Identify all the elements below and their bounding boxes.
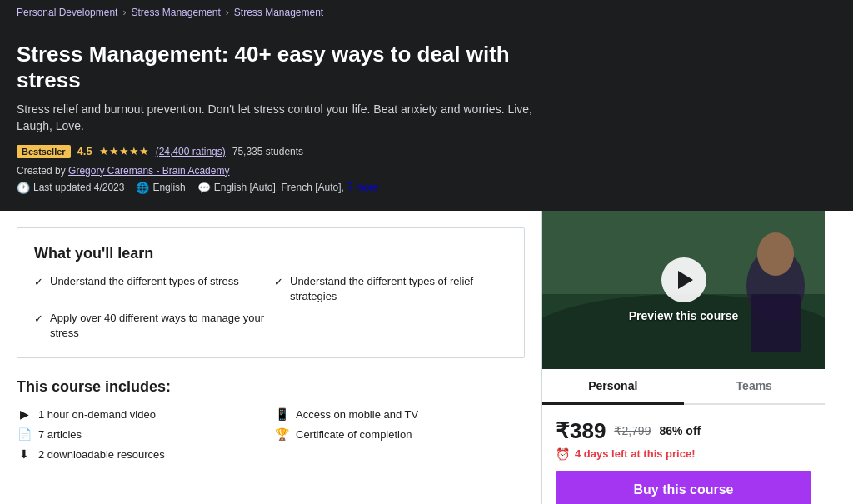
language-icon: 🌐 [136,182,149,194]
preview-overlay: Preview this course [542,211,825,369]
creator-link[interactable]: Gregory Caremans - Brain Academy [68,165,229,177]
includes-articles: 📄 7 articles [17,427,267,441]
hero-section: Stress Management: 40+ easy ways to deal… [0,25,550,211]
play-button[interactable] [661,257,706,302]
tab-teams[interactable]: Teams [684,369,826,405]
clock-icon: 🕐 [17,182,30,194]
timer-text: 4 days left at this price! [575,447,696,460]
breadcrumb-item-3: Stress Management [234,7,323,18]
learn-section: What you'll learn ✓ Understand the diffe… [17,227,525,359]
bestseller-badge: Bestseller [17,145,71,158]
student-count: 75,335 students [232,146,303,157]
check-icon-2: ✓ [274,275,283,290]
captions: English [Auto], French [Auto], [214,182,344,193]
includes-certificate: 🏆 Certificate of completion [274,427,525,441]
right-panel: Preview this course Personal Teams ₹389 … [541,211,825,504]
check-icon-1: ✓ [34,275,43,290]
includes-downloads: ⬇ 2 downloadable resources [17,447,267,461]
pricing-section: ₹389 ₹2,799 86% off ⏰ 4 days left at thi… [542,405,825,504]
breadcrumb: Personal Development › Stress Management… [0,0,853,25]
meta-row: 🕐 Last updated 4/2023 🌐 English 💬 Englis… [17,182,533,194]
course-title: Stress Management: 40+ easy ways to deal… [17,42,533,93]
left-content: What you'll learn ✓ Understand the diffe… [0,211,541,504]
article-icon: 📄 [17,427,32,441]
includes-section: This course includes: ▶ 1 hour on-demand… [17,378,525,461]
star-rating: ★★★★★ [99,145,149,157]
includes-title: This course includes: [17,378,525,396]
alarm-icon: ⏰ [556,447,570,461]
last-updated: Last updated 4/2023 [33,182,124,193]
original-price: ₹2,799 [614,424,651,437]
video-icon: ▶ [17,407,32,421]
breadcrumb-sep-1: › [122,7,126,18]
current-price: ₹389 [556,418,606,444]
includes-video: ▶ 1 hour on-demand video [17,407,267,421]
breadcrumb-item-2[interactable]: Stress Management [131,7,220,18]
tabs: Personal Teams [542,369,825,405]
mobile-icon: 📱 [274,407,289,421]
preview-label: Preview this course [629,309,739,322]
discount-badge: 86% off [659,424,701,437]
learn-item-2: ✓ Understand the different types of reli… [274,274,507,304]
more-captions-link[interactable]: 7 more [347,182,378,193]
includes-mobile: 📱 Access on mobile and TV [274,407,525,421]
check-icon-3: ✓ [34,312,43,327]
caption-icon: 💬 [197,182,211,194]
language: English [152,182,185,193]
rating-number: 4.5 [77,145,92,157]
learn-item-3: ✓ Apply over 40 different ways to manage… [34,311,267,341]
learn-item-1: ✓ Understand the different types of stre… [34,274,267,304]
buy-button[interactable]: Buy this course [556,471,811,504]
rating-count[interactable]: (24,400 ratings) [156,146,226,157]
tab-personal[interactable]: Personal [542,369,684,405]
breadcrumb-item-1[interactable]: Personal Development [17,7,117,18]
course-subtitle: Stress relief and burnout prevention. Do… [17,102,533,134]
course-preview[interactable]: Preview this course [542,211,825,369]
download-icon: ⬇ [17,447,32,461]
learn-title: What you'll learn [34,245,507,262]
certificate-icon: 🏆 [274,427,289,441]
created-by: Created by Gregory Caremans - Brain Acad… [17,165,533,177]
breadcrumb-sep-2: › [226,7,229,18]
